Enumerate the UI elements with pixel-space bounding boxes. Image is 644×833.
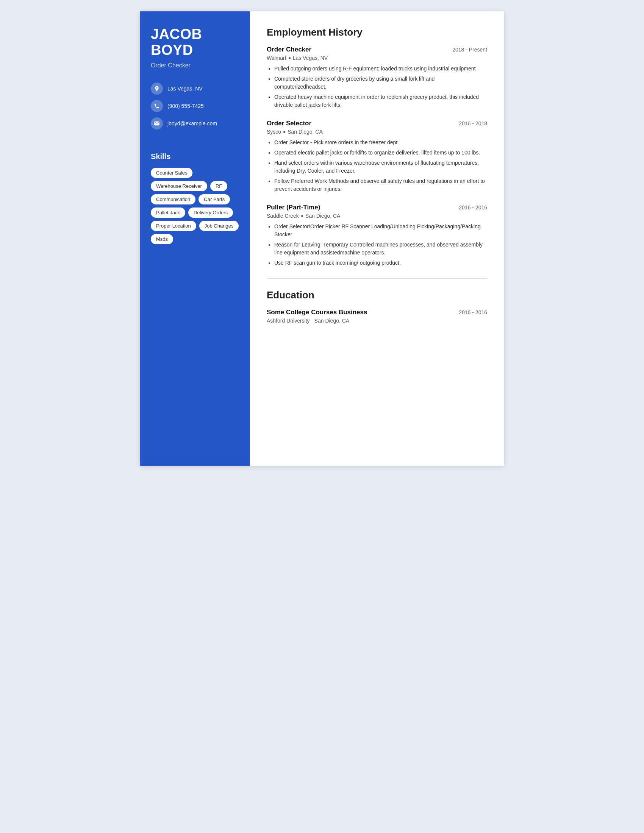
job-header: Puller (Part-Time)2016 - 2016 — [267, 204, 487, 211]
section-divider — [267, 278, 487, 279]
job-bullet: Operated heavy machine equipment in orde… — [274, 93, 487, 109]
job-bullets-list: Order Selector - Pick store orders in th… — [267, 138, 487, 193]
contact-location: Las Vegas, NV — [151, 82, 240, 95]
job-dates: 2016 - 2018 — [459, 121, 487, 127]
jobs-container: Order Checker2018 - PresentWalmartLas Ve… — [267, 46, 487, 267]
job-header: Order Selector2016 - 2018 — [267, 120, 487, 127]
skills-tags: Counter SalesWarehouse ReceiverRFCommuni… — [151, 168, 240, 244]
job-block: Order Checker2018 - PresentWalmartLas Ve… — [267, 46, 487, 109]
school-name: Ashford University — [267, 318, 310, 324]
job-dates: 2016 - 2016 — [459, 204, 487, 211]
skill-tag: Warehouse Receiver — [151, 181, 207, 191]
education-block: Some College Courses Business2016 - 2016… — [267, 309, 487, 324]
job-block: Puller (Part-Time)2016 - 2016Saddle Cree… — [267, 204, 487, 267]
job-bullets-list: Pulled outgoing orders using R-F equipme… — [267, 65, 487, 109]
school-location: San Diego, CA — [314, 318, 349, 324]
job-bullet: Hand select orders within various wareho… — [274, 159, 487, 175]
skill-tag: Pallet Jack — [151, 207, 185, 218]
job-bullet: Operated electric pallet jacks or forkli… — [274, 149, 487, 157]
job-company: WalmartLas Vegas, NV — [267, 55, 487, 61]
dot-separator — [283, 131, 285, 133]
job-block: Order Selector2016 - 2018SyscoSan Diego,… — [267, 120, 487, 193]
email-icon — [151, 117, 163, 130]
job-bullet: Reason for Leaving: Temporary Controlled… — [274, 241, 487, 257]
skill-tag: Job Changes — [199, 221, 239, 231]
job-bullet: Order Selector/Order Picker RF Scanner L… — [274, 223, 487, 238]
job-company: Saddle CreekSan Diego, CA — [267, 213, 487, 219]
job-bullet: Use RF scan gun to track incoming/ outgo… — [274, 259, 487, 267]
resume-container: JACOB BOYD Order Checker Las Vegas, NV — [140, 11, 504, 466]
job-location: Las Vegas, NV — [293, 55, 328, 61]
skill-tag: Proper Location — [151, 221, 196, 231]
job-title: Puller (Part-Time) — [267, 204, 320, 211]
skills-heading: Skills — [151, 152, 240, 161]
company-name: Saddle Creek — [267, 213, 299, 219]
phone-icon — [151, 100, 163, 112]
skills-section: Skills Counter SalesWarehouse ReceiverRF… — [151, 152, 240, 244]
skill-tag: Msds — [151, 234, 173, 244]
job-company: SyscoSan Diego, CA — [267, 129, 487, 135]
job-bullet: Order Selector - Pick store orders in th… — [274, 138, 487, 146]
candidate-name: JACOB BOYD — [151, 26, 240, 58]
education-container: Some College Courses Business2016 - 2016… — [267, 309, 487, 324]
employment-section-title: Employment History — [267, 26, 487, 38]
sidebar: JACOB BOYD Order Checker Las Vegas, NV — [140, 11, 250, 466]
job-dates: 2018 - Present — [452, 47, 487, 53]
contact-email: jboyd@example.com — [151, 117, 240, 130]
job-title: Order Checker — [267, 46, 311, 53]
location-icon — [151, 82, 163, 95]
job-bullet: Pulled outgoing orders using R-F equipme… — [274, 65, 487, 73]
edu-school: Ashford UniversitySan Diego, CA — [267, 318, 487, 324]
job-title: Order Selector — [267, 120, 311, 127]
contact-section: Las Vegas, NV (900) 555-7425 jboyd@examp… — [151, 82, 240, 130]
candidate-title: Order Checker — [151, 62, 240, 69]
company-name: Sysco — [267, 129, 281, 135]
edu-dates: 2016 - 2016 — [459, 309, 487, 315]
job-bullet: Follow Preferred Work Methods and observ… — [274, 177, 487, 193]
skill-tag: RF — [210, 181, 227, 191]
edu-degree: Some College Courses Business — [267, 309, 367, 316]
contact-phone: (900) 555-7425 — [151, 100, 240, 112]
job-location: San Diego, CA — [305, 213, 341, 219]
job-bullets-list: Order Selector/Order Picker RF Scanner L… — [267, 223, 487, 267]
job-header: Order Checker2018 - Present — [267, 46, 487, 53]
main-content: Employment History Order Checker2018 - P… — [250, 11, 504, 466]
company-name: Walmart — [267, 55, 287, 61]
education-section-title: Education — [267, 289, 487, 301]
dot-separator — [301, 215, 303, 217]
job-bullet: Completed store orders of dry groceries … — [274, 75, 487, 91]
skill-tag: Counter Sales — [151, 168, 192, 178]
edu-header: Some College Courses Business2016 - 2016 — [267, 309, 487, 316]
job-location: San Diego, CA — [288, 129, 323, 135]
skill-tag: Car Parts — [198, 194, 230, 204]
dot-separator — [289, 57, 291, 59]
skill-tag: Communication — [151, 194, 195, 204]
skill-tag: Delivery Orders — [188, 207, 233, 218]
